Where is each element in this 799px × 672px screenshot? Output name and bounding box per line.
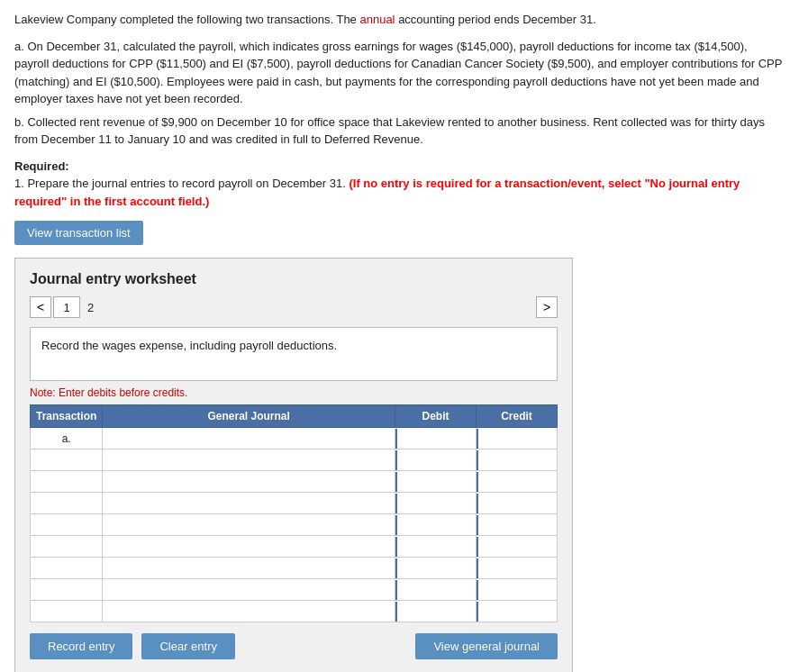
credit-input[interactable] [477, 602, 557, 622]
debit-input[interactable] [395, 515, 476, 535]
table-row-journal[interactable] [103, 514, 395, 536]
debit-input[interactable] [395, 494, 476, 513]
credit-input[interactable] [477, 429, 557, 449]
table-row-debit[interactable] [395, 514, 477, 536]
nav-right-arrow[interactable]: > [536, 296, 558, 318]
table-row-credit[interactable] [477, 471, 558, 493]
table-row-credit[interactable] [477, 450, 558, 471]
table-row-transaction [31, 493, 103, 514]
journal-input[interactable] [103, 450, 395, 470]
table-row-journal[interactable] [103, 601, 395, 622]
journal-input[interactable] [103, 602, 395, 622]
worksheet-container: Journal entry worksheet < 1 2 > Record t… [14, 258, 573, 672]
journal-input[interactable] [103, 494, 395, 513]
table-row-debit[interactable] [395, 450, 477, 471]
table-row-transaction [31, 601, 103, 622]
debit-input[interactable] [395, 580, 476, 600]
credit-input[interactable] [477, 450, 557, 470]
transaction-b-text: b. Collected rent revenue of $9,900 on D… [14, 115, 765, 147]
clear-entry-button[interactable]: Clear entry [141, 633, 235, 659]
table-row-debit[interactable] [395, 536, 477, 558]
table-row-journal[interactable] [103, 428, 395, 450]
view-general-journal-button[interactable]: View general journal [415, 633, 558, 659]
debit-input[interactable] [395, 472, 476, 492]
col-header-journal: General Journal [103, 405, 395, 428]
table-row-debit[interactable] [395, 428, 477, 450]
journal-input[interactable] [103, 472, 395, 492]
journal-input[interactable] [103, 558, 395, 578]
table-row-transaction [31, 514, 103, 536]
intro-transaction-a: a. On December 31, calculated the payrol… [14, 38, 785, 108]
table-row-debit[interactable] [395, 493, 477, 514]
table-row-journal[interactable] [103, 558, 395, 579]
table-row-journal[interactable] [103, 579, 395, 601]
nav-page1-box: 1 [53, 296, 80, 318]
worksheet-title: Journal entry worksheet [30, 271, 558, 287]
col-header-debit: Debit [395, 405, 477, 428]
journal-input[interactable] [103, 429, 395, 449]
table-row-credit[interactable] [477, 601, 558, 622]
table-row-credit[interactable] [477, 428, 558, 450]
journal-table: Transaction General Journal Debit Credit… [30, 404, 558, 622]
intro-line1: Lakeview Company completed the following… [14, 13, 359, 26]
button-row: Record entry Clear entry View general jo… [30, 633, 558, 659]
annual-word: annual [359, 13, 395, 26]
table-row-credit[interactable] [477, 579, 558, 601]
table-row-transaction: a. [31, 428, 103, 450]
table-row-transaction [31, 450, 103, 471]
table-row-transaction [31, 558, 103, 579]
debit-input[interactable] [395, 537, 476, 557]
debit-input[interactable] [395, 450, 476, 470]
intro-transaction-b: b. Collected rent revenue of $9,900 on D… [14, 114, 785, 149]
transaction-a-text: a. On December 31, calculated the payrol… [14, 40, 782, 106]
required-label: Required: [14, 159, 69, 173]
credit-input[interactable] [477, 537, 557, 557]
table-row-credit[interactable] [477, 514, 558, 536]
table-row-debit[interactable] [395, 471, 477, 493]
table-row-credit[interactable] [477, 536, 558, 558]
intro-paragraph: Lakeview Company completed the following… [14, 11, 785, 29]
required-section: Required: 1. Prepare the journal entries… [14, 158, 785, 211]
description-text: Record the wages expense, including payr… [41, 339, 337, 352]
debit-input[interactable] [395, 602, 476, 622]
nav-page2-label: 2 [87, 301, 94, 314]
journal-input[interactable] [103, 580, 395, 600]
view-transaction-button[interactable]: View transaction list [14, 221, 143, 245]
credit-input[interactable] [477, 515, 557, 535]
credit-input[interactable] [477, 580, 557, 600]
journal-input[interactable] [103, 515, 395, 535]
col-header-credit: Credit [477, 405, 558, 428]
instruction1-text: 1. Prepare the journal entries to record… [14, 177, 346, 190]
table-row-debit[interactable] [395, 601, 477, 622]
table-row-journal[interactable] [103, 450, 395, 471]
table-row-transaction [31, 471, 103, 493]
table-row-transaction [31, 536, 103, 558]
table-row-credit[interactable] [477, 558, 558, 579]
table-row-debit[interactable] [395, 558, 477, 579]
note-text: Note: Enter debits before credits. [30, 386, 558, 399]
nav-row: < 1 2 > [30, 296, 558, 318]
col-header-transaction: Transaction [31, 405, 103, 428]
credit-input[interactable] [477, 558, 557, 578]
table-row-journal[interactable] [103, 471, 395, 493]
intro-line1b: accounting period ends December 31. [395, 13, 596, 26]
table-row-journal[interactable] [103, 536, 395, 558]
journal-input[interactable] [103, 537, 395, 557]
nav-left-arrow[interactable]: < [30, 296, 51, 318]
credit-input[interactable] [477, 494, 557, 513]
description-box: Record the wages expense, including payr… [30, 327, 558, 381]
table-row-transaction [31, 579, 103, 601]
credit-input[interactable] [477, 472, 557, 492]
table-row-debit[interactable] [395, 579, 477, 601]
debit-input[interactable] [395, 429, 476, 449]
table-row-journal[interactable] [103, 493, 395, 514]
table-row-credit[interactable] [477, 493, 558, 514]
debit-input[interactable] [395, 558, 476, 578]
record-entry-button[interactable]: Record entry [30, 633, 132, 659]
